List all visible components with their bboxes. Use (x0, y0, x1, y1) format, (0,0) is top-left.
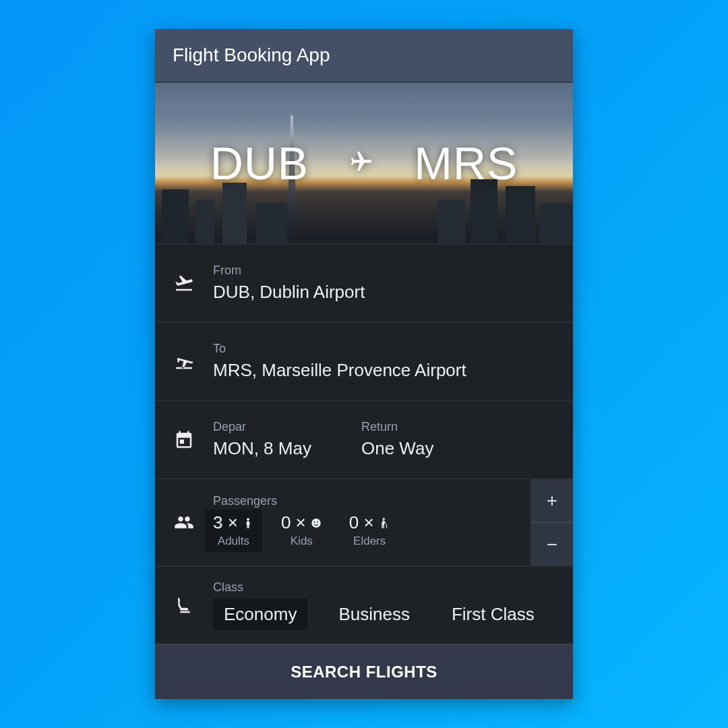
class-field: Class Economy Business First Class (155, 566, 573, 644)
elders-count: 0 × (349, 512, 374, 533)
passenger-stepper: + − (530, 479, 573, 566)
search-flights-button[interactable]: SEARCH FLIGHTS (155, 644, 573, 699)
dates-field[interactable]: Depar MON, 8 May Return One Way (155, 400, 573, 478)
class-label: Class (213, 580, 559, 595)
titlebar: Flight Booking App (155, 29, 573, 82)
flight-land-icon (155, 351, 213, 371)
svg-point-3 (382, 518, 384, 520)
to-label: To (213, 342, 561, 356)
adults-count: 3 × (213, 512, 238, 533)
passenger-kids[interactable]: 0 × Kids (281, 512, 322, 548)
to-value: MRS, Marseille Provence Airport (213, 360, 561, 381)
svg-point-0 (311, 518, 321, 528)
app-title: Flight Booking App (173, 44, 330, 66)
class-option-business[interactable]: Business (328, 599, 421, 630)
adults-sub: Adults (213, 535, 254, 548)
passengers-label: Passengers (213, 494, 530, 508)
to-field[interactable]: To MRS, Marseille Provence Airport (155, 322, 573, 400)
seat-icon (155, 595, 213, 615)
from-label: From (213, 264, 561, 278)
flight-booking-phone: Flight Booking App DUB MRS From DUB, Dub… (155, 29, 573, 699)
passengers-field: Passengers 3 × Adults 0 × Kids (155, 478, 573, 566)
from-field[interactable]: From DUB, Dublin Airport (155, 243, 573, 322)
kid-icon (310, 517, 322, 529)
passenger-elders[interactable]: 0 × Elders (349, 512, 390, 548)
return-value: One Way (361, 438, 561, 459)
airplane-icon (349, 150, 373, 177)
return-label: Return (361, 420, 561, 434)
class-option-firstclass[interactable]: First Class (441, 599, 545, 630)
passenger-adults[interactable]: 3 × Adults (205, 510, 262, 552)
elders-sub: Elders (349, 535, 390, 548)
depart-value: MON, 8 May (213, 438, 355, 459)
calendar-icon (155, 429, 213, 450)
adult-icon (242, 517, 254, 529)
class-option-economy[interactable]: Economy (213, 599, 307, 630)
depart-label: Depar (213, 420, 355, 434)
hero-to-code: MRS (414, 137, 518, 189)
passenger-minus-button[interactable]: − (531, 523, 573, 566)
kids-sub: Kids (281, 535, 322, 548)
svg-point-1 (314, 521, 315, 522)
route-hero: DUB MRS (155, 82, 573, 243)
flight-takeoff-icon (155, 273, 213, 293)
svg-point-2 (317, 521, 318, 522)
from-value: DUB, Dublin Airport (213, 282, 561, 303)
passenger-plus-button[interactable]: + (531, 479, 573, 523)
hero-from-code: DUB (210, 137, 309, 189)
kids-count: 0 × (281, 512, 306, 533)
elder-icon (378, 517, 390, 529)
